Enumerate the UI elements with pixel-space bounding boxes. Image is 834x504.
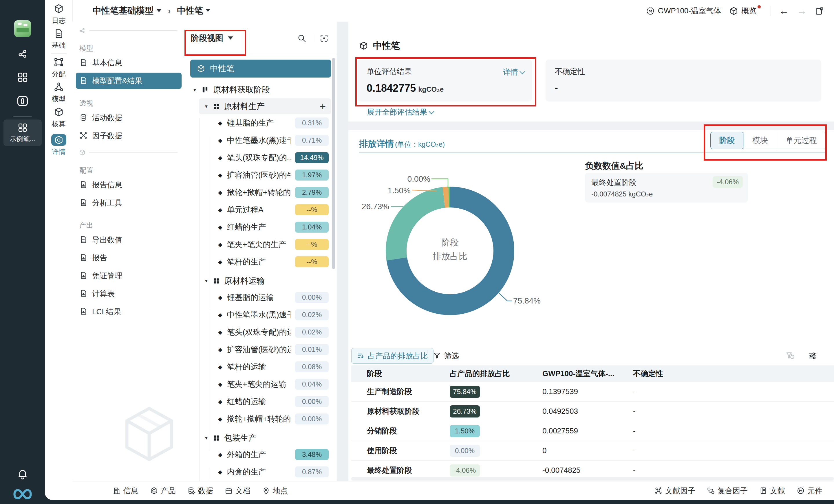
share-app-icon[interactable] — [14, 47, 31, 60]
nav-rail-item-6[interactable]: 详情 — [51, 134, 66, 157]
panel-item-凭证管理[interactable]: 凭证管理 — [76, 268, 181, 284]
tree-guide-line — [209, 312, 209, 451]
collapse-arrow-icon[interactable]: ▼ — [193, 87, 197, 92]
doc2-icon — [79, 307, 88, 316]
table-settings-icon[interactable] — [808, 351, 817, 361]
collapse-arrow-icon[interactable]: ▼ — [204, 104, 208, 109]
tree-process-揿轮+揿帽+转轮的...[interactable]: ◆揿轮+揿帽+转轮的...2.79% — [184, 184, 337, 201]
tree-process-锂基脂的运输[interactable]: ◆锂基脂的运输0.00% — [184, 289, 337, 306]
bottom-bar-item-产品[interactable]: 产品 — [150, 486, 176, 496]
view-tab-单元过程[interactable]: 单元过程 — [777, 132, 826, 149]
workspace-avatar[interactable] — [14, 20, 31, 37]
expand-all-results-link[interactable]: 展开全部评估结果 — [367, 107, 434, 117]
tree-process-扩容油管(医砂)的运输[interactable]: ◆扩容油管(医砂)的运输0.01% — [184, 341, 337, 358]
nav-rail-item-1[interactable]: 日志 — [52, 3, 66, 25]
open-in-window-icon[interactable] — [815, 6, 824, 16]
overview-button[interactable]: 概览 — [729, 6, 763, 16]
table-row[interactable]: 使用阶段0.00%0- — [351, 441, 834, 461]
tree-process-笔头(双珠专配)的...[interactable]: ◆笔头(双珠专配)的...14.49% — [184, 149, 337, 166]
panel-item-活动数据[interactable]: 活动数据 — [76, 110, 181, 126]
panel-item-模型配置&结果[interactable]: 模型配置&结果 — [76, 73, 181, 89]
bottom-bar-item-地点[interactable]: 地点 — [262, 486, 288, 496]
nav-rail-item-3[interactable]: 分配 — [52, 56, 66, 79]
breadcrumb-model[interactable]: 中性笔基础模型 — [93, 5, 161, 17]
tree-process-笔夹+笔尖的生产[interactable]: ◆笔夹+笔尖的生产--% — [184, 236, 337, 253]
tree-process-单元过程A[interactable]: ◆单元过程A--% — [184, 201, 337, 219]
sort-by-share-button[interactable]: 占产品的排放占比 — [351, 348, 434, 364]
tree-process-扩容油管(医砂)的生产[interactable]: ◆扩容油管(医砂)的生产1.97% — [184, 166, 337, 184]
bottom-bar-item-文献[interactable]: 文献 — [759, 486, 785, 496]
panel-item-因子数据[interactable]: 因子数据 — [76, 128, 181, 144]
tree-process-外箱的生产[interactable]: ◆外箱的生产3.48% — [184, 446, 337, 463]
tree-process-笔夹+笔尖的运输[interactable]: ◆笔夹+笔尖的运输0.04% — [184, 375, 337, 393]
panel-item-分析工具[interactable]: 分析工具 — [76, 195, 181, 211]
breadcrumb-item[interactable]: 中性笔 — [177, 5, 210, 17]
tree-module-原材料运输[interactable]: ▼原材料运输 — [199, 273, 331, 289]
lock-app-icon[interactable] — [14, 94, 31, 108]
nav-rail-item-5[interactable]: 核算 — [52, 106, 66, 129]
view-tab-模块[interactable]: 模块 — [743, 132, 777, 149]
panel-item-label: 凭证管理 — [92, 271, 122, 281]
panel-item-报告信息[interactable]: 报告信息 — [76, 177, 181, 193]
nav-rail-item-4[interactable]: 模型 — [52, 81, 66, 104]
add-node-button[interactable]: + — [320, 100, 326, 113]
view-tab-阶段[interactable]: 阶段 — [710, 132, 744, 149]
nav-rail-item-label: 日志 — [52, 16, 66, 25]
process-diamond-icon: ◆ — [218, 381, 222, 388]
notifications-bell-icon[interactable] — [14, 467, 31, 481]
tree-process-笔杆的生产[interactable]: ◆笔杆的生产--% — [184, 253, 337, 271]
bottom-bar-item-文献因子[interactable]: 文献因子 — [655, 486, 695, 496]
bottom-bar-item-文档[interactable]: 文档 — [225, 486, 250, 496]
tree-process-label: 扩容油管(医砂)的生产 — [227, 170, 290, 180]
tree-guide-line — [209, 468, 209, 481]
collapse-arrow-icon[interactable]: ▼ — [204, 278, 208, 283]
tree-process-红蜡的运输[interactable]: ◆红蜡的运输0.00% — [184, 393, 337, 410]
bottom-bar-item-复合因子[interactable]: 复合因子 — [707, 486, 748, 496]
nav-rail-item-2[interactable]: 基础 — [52, 28, 66, 50]
locate-node-icon[interactable] — [320, 33, 329, 43]
bottom-bar-item-元件[interactable]: 元件 — [797, 486, 822, 496]
row-value: 0.0027559 — [542, 421, 627, 441]
panel-item-LCI 结果[interactable]: LCI 结果 — [76, 303, 181, 320]
table-row[interactable]: 分销阶段1.50%0.0027559- — [351, 421, 834, 441]
tree-process-锂基脂的生产[interactable]: ◆锂基脂的生产0.31% — [184, 114, 337, 132]
table-row[interactable]: 原材料获取阶段26.73%0.0492503- — [351, 402, 834, 421]
view-mode-dropdown[interactable]: 阶段视图 — [191, 33, 233, 44]
tree-process-红蜡的生产[interactable]: ◆红蜡的生产1.04% — [184, 219, 337, 236]
search-icon[interactable] — [297, 33, 306, 43]
detail-link[interactable]: 详情 — [503, 67, 524, 77]
donut-center-label-line2: 排放占比 — [433, 251, 467, 261]
forward-arrow-button[interactable]: → — [797, 5, 807, 17]
tree-process-揿轮+揿帽+转轮的...[interactable]: ◆揿轮+揿帽+转轮的...0.00% — [184, 410, 337, 428]
tree-process-笔头(双珠专配)的运...[interactable]: ◆笔头(双珠专配)的运...0.02% — [184, 323, 337, 341]
table-row[interactable]: 生产制造阶段75.84%0.1397539- — [351, 382, 834, 402]
bottom-bar-item-信息[interactable]: 信息 — [113, 486, 138, 496]
panel-item-导出数值[interactable]: 导出数值 — [76, 232, 181, 248]
filter-button[interactable]: 筛选 — [433, 348, 459, 363]
panel-item-报告[interactable]: 报告 — [76, 250, 181, 266]
tree-scrollbar[interactable] — [332, 58, 335, 269]
doc2-icon — [79, 199, 88, 207]
back-arrow-button[interactable]: ← — [779, 5, 789, 17]
row-stage: 原材料获取阶段 — [367, 402, 445, 421]
tree-stage-原材料获取阶段[interactable]: ▼原材料获取阶段 — [184, 83, 337, 96]
tree-process-内盒的生产[interactable]: ◆内盒的生产0.87% — [184, 463, 337, 481]
workspace-item-example-pen[interactable]: 示例笔... — [3, 119, 42, 146]
bottom-bar-item-数据[interactable]: 数据 — [188, 486, 213, 496]
apps-grid-icon[interactable] — [14, 71, 31, 84]
tree-root-product[interactable]: 中性笔 — [190, 60, 331, 77]
tree-process-笔杆的运输[interactable]: ◆笔杆的运输0.08% — [184, 358, 337, 375]
tree-process-中性笔墨水(黑)速干...[interactable]: ◆中性笔墨水(黑)速干...0.71% — [184, 132, 337, 149]
tree-process-中性笔墨水(黑)速干...[interactable]: ◆中性笔墨水(黑)速干...0.02% — [184, 306, 337, 323]
tree-module-包装生产[interactable]: ▼包装生产 — [199, 430, 331, 446]
negative-stage-label: 最终处置阶段 — [591, 177, 637, 187]
table-horizontal-scrollbar[interactable] — [351, 477, 834, 481]
table-header-3: GWP100-温室气体-... — [542, 365, 627, 382]
method-selector[interactable]: GWP100-温室气体 — [646, 6, 721, 16]
panel-item-基本信息[interactable]: 基本信息 — [76, 55, 181, 71]
share-badge: 1.50% — [450, 425, 480, 437]
panel-item-计算表[interactable]: 计算表 — [76, 285, 181, 302]
collapse-arrow-icon[interactable]: ▼ — [204, 435, 208, 440]
reset-filter-icon[interactable] — [785, 351, 795, 361]
tree-module-原材料生产[interactable]: ▼原材料生产+ — [199, 98, 331, 114]
